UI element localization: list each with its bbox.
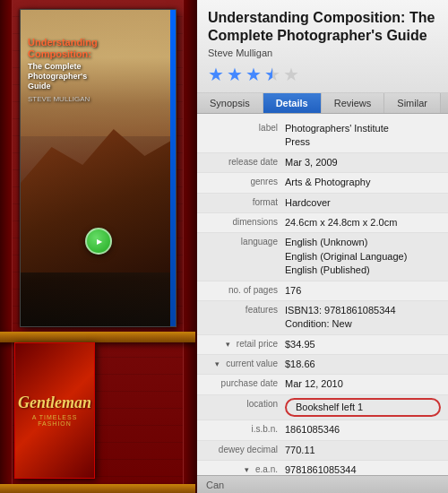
book-1-author: STEVE MULLIGAN: [28, 95, 168, 103]
detail-value-format: Hardcover: [285, 196, 441, 210]
book-2-subtitle: A Timeless Fashion: [21, 414, 89, 427]
detail-value-dewey: 770.11: [285, 444, 441, 457]
detail-label-dimensions: dimensions: [204, 216, 285, 227]
detail-label-purchase: purchase date: [204, 377, 285, 388]
detail-value-pages: 176: [285, 284, 441, 298]
detail-row-release: release date Mar 3, 2009: [197, 153, 448, 173]
detail-label-genres: genres: [204, 176, 285, 186]
star-4[interactable]: ★: [264, 64, 280, 85]
detail-value-genres: Arts & Photography: [285, 176, 441, 189]
detail-label-language: language: [204, 236, 285, 246]
shelf-right-side: [183, 0, 195, 493]
detail-row-format: format Hardcover: [197, 194, 448, 213]
shelf-left-side: [0, 0, 13, 493]
detail-row-isbn: i.s.b.n. 1861085346: [197, 420, 448, 440]
details-content: label Photographers' InstitutePress rele…: [197, 114, 448, 475]
detail-value-retail: $34.95: [285, 338, 441, 351]
star-5[interactable]: ★: [283, 64, 299, 85]
book-1-title-main: Understanding Composition:: [28, 37, 168, 60]
star-3[interactable]: ★: [246, 64, 262, 85]
detail-label-pages: no. of pages: [204, 284, 285, 295]
detail-row-language: language English (Unknown)English (Origi…: [197, 233, 448, 281]
detail-label-location: location: [204, 398, 285, 409]
detail-value-location: Bookshelf left 1: [285, 398, 441, 417]
detail-row-retail[interactable]: ▾ retail price $34.95: [197, 335, 448, 355]
shelf-plank-1: [0, 332, 195, 342]
detail-row-current-value[interactable]: ▾ current value $18.66: [197, 355, 448, 375]
star-rating[interactable]: ★ ★ ★ ★ ★: [208, 64, 437, 85]
book-indicator-bar: [170, 10, 176, 326]
tab-similar[interactable]: Similar: [384, 93, 441, 113]
detail-value-label: Photographers' InstitutePress: [285, 122, 441, 150]
tab-reviews[interactable]: Reviews: [322, 93, 385, 113]
detail-row-dimensions: dimensions 24.6cm x 24.8cm x 2.0cm: [197, 213, 448, 233]
detail-row-label: label Photographers' InstitutePress: [197, 119, 448, 153]
star-2[interactable]: ★: [227, 64, 243, 85]
detail-value-features: ISBN13: 9781861085344Condition: New: [285, 304, 441, 332]
detail-label-label: label: [204, 122, 285, 133]
right-panel: Understanding Composition: The Complete …: [197, 0, 448, 493]
detail-row-purchase: purchase date Mar 12, 2010: [197, 375, 448, 394]
detail-label-ean: ▾ e.a.n.: [204, 463, 285, 474]
detail-row-pages: no. of pages 176: [197, 281, 448, 301]
book-1[interactable]: Understanding Composition: The Complete …: [20, 9, 177, 327]
detail-label-format: format: [204, 196, 285, 207]
book-1-text-block: Understanding Composition: The Complete …: [28, 37, 168, 103]
detail-label-dewey: dewey decimal: [204, 444, 285, 454]
bookshelf-panel: Understanding Composition: The Complete …: [0, 0, 197, 493]
tab-synopsis[interactable]: Synopsis: [197, 93, 263, 113]
detail-row-features: features ISBN13: 9781861085344Condition:…: [197, 301, 448, 335]
book-2[interactable]: Gentleman A Timeless Fashion: [14, 342, 95, 479]
detail-value-purchase: Mar 12, 2010: [285, 377, 441, 391]
footer-text: Can: [206, 480, 224, 490]
detail-label-isbn: i.s.b.n.: [204, 423, 285, 434]
detail-value-ean: 9781861085344: [285, 463, 441, 475]
detail-row-genres: genres Arts & Photography: [197, 173, 448, 193]
book-1-subtitle: The Complete Photographer's Guide: [28, 62, 168, 91]
detail-value-isbn: 1861085346: [285, 423, 441, 437]
book-header: Understanding Composition: The Complete …: [197, 0, 448, 93]
detail-value-language: English (Unknown)English (Original Langu…: [285, 236, 441, 277]
detail-row-ean[interactable]: ▾ e.a.n. 9781861085344: [197, 461, 448, 475]
book-author: Steve Mulligan: [208, 48, 437, 58]
detail-value-dimensions: 24.6cm x 24.8cm x 2.0cm: [285, 216, 441, 229]
book-2-title: Gentleman: [18, 394, 91, 411]
shelf-plank-2: [0, 484, 195, 493]
detail-label-current-value: ▾ current value: [204, 358, 285, 368]
detail-label-release: release date: [204, 156, 285, 167]
footer-bar: Can: [197, 475, 448, 493]
book-play-button[interactable]: [85, 228, 112, 255]
book-title: Understanding Composition: The Complete …: [208, 9, 437, 45]
tabs-bar: Synopsis Details Reviews Similar: [197, 93, 448, 114]
tab-details[interactable]: Details: [263, 93, 322, 113]
detail-label-retail: ▾ retail price: [204, 338, 285, 349]
detail-value-release: Mar 3, 2009: [285, 156, 441, 169]
detail-value-current-value: $18.66: [285, 358, 441, 371]
detail-row-location[interactable]: location Bookshelf left 1: [197, 395, 448, 420]
detail-row-dewey: dewey decimal 770.11: [197, 441, 448, 461]
star-1[interactable]: ★: [208, 64, 224, 85]
detail-label-features: features: [204, 304, 285, 315]
